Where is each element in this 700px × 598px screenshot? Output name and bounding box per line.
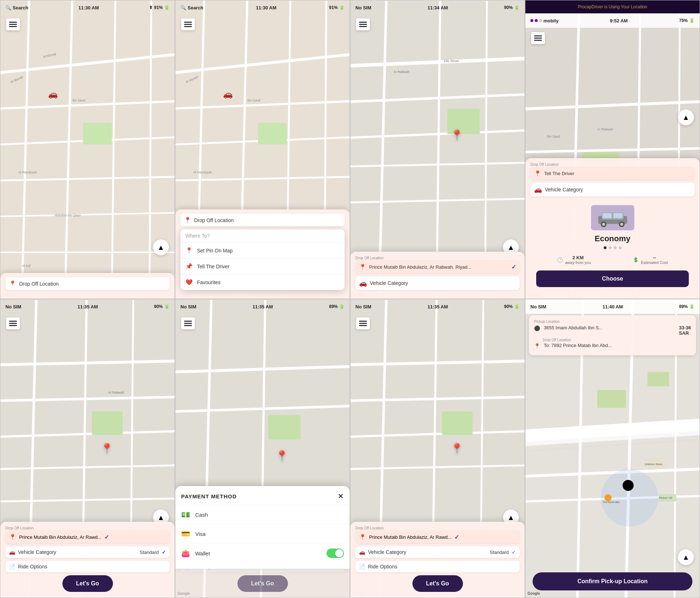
clock-icon: 🕐 bbox=[557, 257, 563, 263]
dropoff-row-8: 📍 To: 7892 Prince Matab Ibn Abd... bbox=[534, 343, 691, 349]
vehicle-7[interactable]: 🚗 Vehicle Category Standard ✓ bbox=[355, 546, 520, 558]
svg-text:Ibn Saud: Ibn Saud bbox=[72, 99, 85, 102]
set-pin-label: Set Pin On Map bbox=[197, 248, 233, 254]
car-marker: 🚗 bbox=[48, 90, 58, 99]
svg-rect-101 bbox=[648, 372, 669, 386]
ride-7[interactable]: 📄 Ride Options bbox=[355, 561, 520, 572]
status-6: No SIM 11:35 AM 89% 🔋 bbox=[175, 299, 350, 314]
svg-rect-63 bbox=[603, 213, 612, 218]
status-bar-2: 🔍 Search 11:30 AM 91% 🔋 bbox=[175, 0, 350, 15]
close-payment-button[interactable]: ✕ bbox=[338, 492, 344, 500]
cash-label: Cash bbox=[195, 512, 208, 518]
car-marker-2: 🚗 bbox=[223, 90, 233, 99]
vehicle-5[interactable]: 🚗 Vehicle Category Standard ✓ bbox=[5, 546, 170, 558]
pin-icon-2: 📍 bbox=[184, 217, 191, 224]
car-icon-5: 🚗 bbox=[9, 549, 15, 555]
menu-7[interactable] bbox=[356, 317, 370, 329]
menu-6[interactable] bbox=[181, 317, 195, 329]
bottom-5: Drop Off Location 📍 Prince Mutaib Bin Ab… bbox=[0, 522, 175, 598]
menu-button-4[interactable] bbox=[531, 32, 545, 44]
price-8: 33-36 SAR bbox=[679, 325, 691, 336]
status-right-2: 91% 🔋 bbox=[329, 5, 345, 10]
menu-button-1[interactable] bbox=[6, 18, 20, 30]
doc-icon-5: 📄 bbox=[9, 564, 15, 569]
dropoff-row-2[interactable]: 📍 Drop Off Location bbox=[180, 214, 345, 226]
location-marker-3: 📍 bbox=[451, 129, 463, 141]
svg-text:Ibn Saud: Ibn Saud bbox=[547, 135, 560, 138]
marker-7: 📍 bbox=[451, 443, 463, 455]
cash-item[interactable]: 💵 Cash bbox=[175, 505, 350, 524]
screen-3: Ar Rabwah Fifa Street 📍 No SIM 11:34 AM … bbox=[350, 0, 525, 299]
dot-3 bbox=[614, 246, 617, 249]
favourites-item[interactable]: ❤️ Favourites bbox=[180, 274, 345, 290]
menu-5[interactable] bbox=[6, 317, 20, 329]
vehicle-label-4: Vehicle Category bbox=[545, 187, 583, 192]
no-sim-3: No SIM bbox=[355, 5, 371, 10]
check-5: ✓ bbox=[104, 534, 109, 541]
menu-button-2[interactable] bbox=[181, 18, 195, 30]
lets-go-5[interactable]: Let's Go bbox=[62, 575, 113, 592]
trip-card-8: Pickup Location ⚫ 3655 Imam Abdullah Ibn… bbox=[529, 315, 696, 355]
dropoff-row-4[interactable]: 📍 Tell The Driver bbox=[530, 167, 695, 180]
visa-item[interactable]: 💳 Visa bbox=[175, 524, 350, 543]
svg-text:Al Haysiyyah: Al Haysiyyah bbox=[18, 170, 37, 174]
search-icon-2: 🔍 bbox=[180, 5, 186, 10]
lets-go-7[interactable]: Let's Go bbox=[412, 575, 463, 592]
vehicle-name-4: Economy bbox=[536, 234, 689, 243]
payment-title: PAYMENT METHOD bbox=[181, 493, 237, 499]
vehicle-category-row-3[interactable]: 🚗 Vehicle Category bbox=[355, 276, 520, 290]
where-to-input[interactable]: Where To? bbox=[180, 229, 345, 243]
dropoff-row-3[interactable]: 📍 Prince Mutaib Bin Abdulaziz, Ar Rabwah… bbox=[355, 261, 520, 273]
svg-rect-30 bbox=[258, 123, 287, 144]
svg-text:Ar Rabwah: Ar Rabwah bbox=[394, 70, 410, 74]
svg-text:Al Haysiyyah: Al Haysiyyah bbox=[193, 170, 212, 174]
cost-val: -- bbox=[641, 255, 668, 260]
check-vehicle-5: ✓ bbox=[162, 549, 166, 555]
pin-icon-3: 📍 bbox=[359, 264, 366, 270]
vehicle-cat-4[interactable]: 🚗 Vehicle Category bbox=[530, 183, 695, 196]
pin-4: 📍 bbox=[534, 170, 541, 177]
dropoff-val-8: To: 7892 Prince Matab Ibn Abd... bbox=[544, 343, 691, 348]
wallet-toggle[interactable] bbox=[327, 549, 344, 558]
dropdown-menu-2: Where To? 📍 Set Pin On Map 📌 Tell The Dr… bbox=[180, 229, 345, 290]
menu-button-3[interactable] bbox=[356, 18, 370, 30]
compass-8[interactable]: ▲ bbox=[678, 549, 694, 565]
car-4: 🚗 bbox=[534, 186, 542, 194]
carrier-4: mobily bbox=[543, 18, 559, 23]
bottom-7: Drop Off Location 📍 Prince Mutaib Bin Ab… bbox=[350, 522, 525, 598]
payment-modal-6: PAYMENT METHOD ✕ 💵 Cash 💳 Visa 👛 Wallet bbox=[175, 486, 350, 569]
svg-point-105 bbox=[604, 494, 612, 501]
ride-options-5[interactable]: 📄 Ride Options bbox=[5, 561, 170, 572]
choose-button-4[interactable]: Choose bbox=[536, 270, 689, 287]
status-bar-4: mobily 9:52 AM 75% 🔋 bbox=[525, 13, 700, 28]
status-bar-3: No SIM 11:34 AM 90% 🔋 bbox=[350, 0, 525, 15]
tell-driver-label: Tell The Driver bbox=[197, 264, 229, 269]
wallet-item[interactable]: 👛 Wallet bbox=[175, 543, 350, 563]
compass-4[interactable]: ▲ bbox=[678, 109, 694, 125]
svg-text:Fifa Street: Fifa Street bbox=[444, 59, 459, 63]
hamburger-line bbox=[9, 26, 17, 27]
time-2: 11:30 AM bbox=[256, 5, 276, 10]
svg-point-61 bbox=[602, 223, 605, 226]
compass-button-1[interactable]: ▲ bbox=[153, 239, 169, 255]
dropoff-5[interactable]: 📍 Prince Mutaib Bin Abdulaziz, Ar Rawd..… bbox=[5, 531, 170, 543]
driver-icon: 📌 bbox=[185, 263, 193, 270]
time-3: 11:34 AM bbox=[428, 5, 448, 10]
dropoff-val-4: Tell The Driver bbox=[544, 171, 691, 176]
carrier-text: Search bbox=[13, 5, 28, 10]
svg-text:Ar Rabwah: Ar Rabwah bbox=[108, 391, 124, 394]
svg-rect-100 bbox=[597, 390, 626, 408]
dropoff-7[interactable]: 📍 Prince Mutaib Bin Abdulaziz, Ar Rawd..… bbox=[355, 531, 520, 543]
marker-6: 📍 bbox=[276, 450, 288, 462]
check-3: ✓ bbox=[511, 264, 516, 270]
svg-rect-74 bbox=[92, 411, 123, 435]
hamburger-line bbox=[9, 22, 17, 23]
confirm-button-8[interactable]: Confirm Pick-up Location bbox=[533, 572, 692, 590]
wallet-icon-6: 👛 bbox=[181, 549, 190, 558]
vehicle-dots-4 bbox=[536, 246, 689, 249]
hamburger-line bbox=[9, 24, 17, 25]
set-pin-item[interactable]: 📍 Set Pin On Map bbox=[180, 243, 345, 259]
cost-info: 💲 -- Estimated Cost bbox=[633, 255, 668, 265]
dropoff-input-row[interactable]: 📍 Drop Off Location bbox=[5, 277, 170, 290]
tell-driver-item[interactable]: 📌 Tell The Driver bbox=[180, 259, 345, 274]
